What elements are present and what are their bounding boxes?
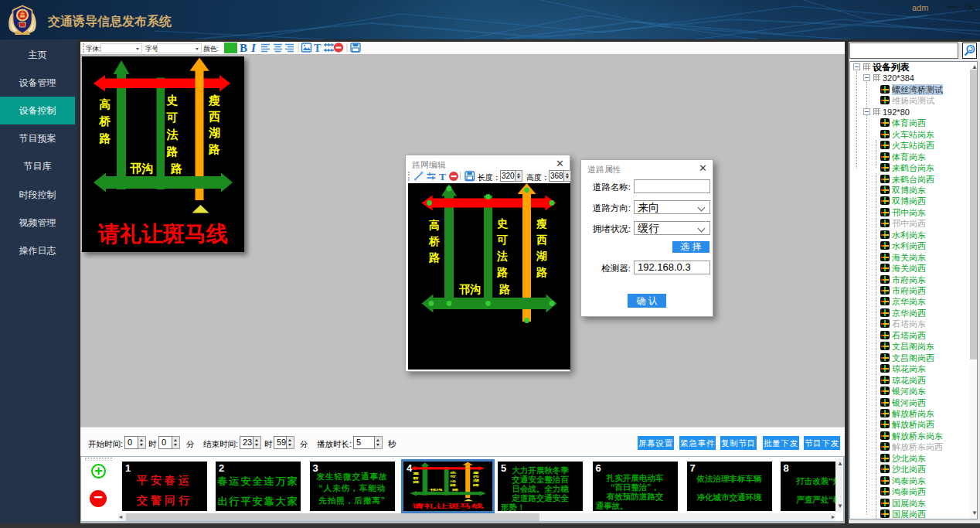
svg-text:T: T: [314, 43, 322, 54]
svg-text:T: T: [439, 171, 446, 182]
